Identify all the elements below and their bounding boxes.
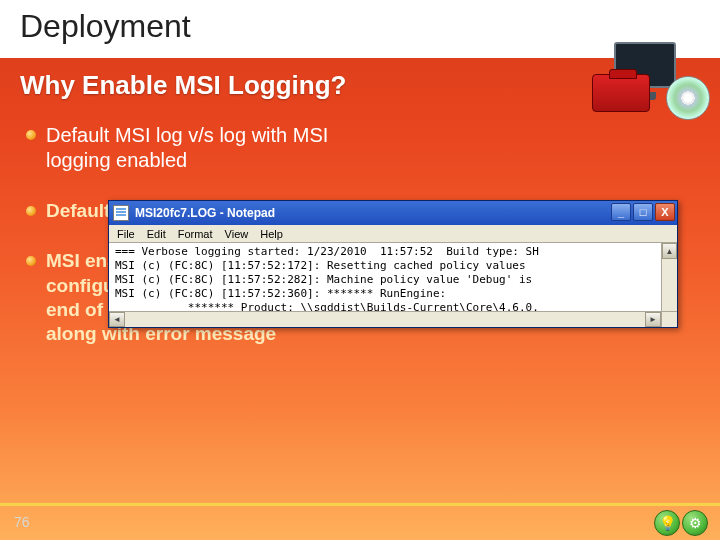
notepad-window: MSI20fc7.LOG - Notepad _ □ X File Edit F…: [108, 200, 678, 328]
menu-file[interactable]: File: [117, 228, 135, 240]
disc-icon: [666, 76, 710, 120]
vertical-scrollbar[interactable]: ▲: [661, 243, 677, 311]
slide: Deployment Why Enable MSI Logging? Defau…: [0, 0, 720, 540]
log-line: === Verbose logging started: 1/23/2010 1…: [115, 245, 539, 258]
horizontal-scrollbar[interactable]: ◄ ►: [109, 311, 661, 327]
notepad-app-icon: [113, 205, 129, 221]
hardware-art: [592, 38, 712, 118]
scroll-track[interactable]: [125, 312, 645, 327]
gear-icon: ⚙: [682, 510, 708, 536]
log-line: MSI (c) (FC:8C) [11:57:52:172]: Resettin…: [115, 259, 526, 272]
title-bar: Deployment: [0, 0, 720, 58]
maximize-button[interactable]: □: [633, 203, 653, 221]
window-buttons: _ □ X: [611, 203, 675, 221]
notepad-title-text: MSI20fc7.LOG - Notepad: [135, 206, 275, 220]
footer-divider: [0, 503, 720, 506]
close-button[interactable]: X: [655, 203, 675, 221]
scroll-up-icon[interactable]: ▲: [662, 243, 677, 259]
scroll-right-icon[interactable]: ►: [645, 312, 661, 327]
idea-icon: 💡: [654, 510, 680, 536]
scroll-left-icon[interactable]: ◄: [109, 312, 125, 327]
menu-help[interactable]: Help: [260, 228, 283, 240]
footer-icons: 💡 ⚙: [654, 510, 708, 536]
log-line: MSI (c) (FC:8C) [11:57:52:282]: Machine …: [115, 273, 532, 286]
page-number: 76: [14, 514, 30, 530]
menu-view[interactable]: View: [225, 228, 249, 240]
resize-grip[interactable]: [661, 311, 677, 327]
log-line: MSI (c) (FC:8C) [11:57:52:360]: ******* …: [115, 287, 446, 300]
notepad-titlebar[interactable]: MSI20fc7.LOG - Notepad _ □ X: [109, 201, 677, 225]
toolbox-icon: [592, 74, 650, 112]
bullet-default-vs-enabled: Default MSI log v/s log with MSI logging…: [46, 123, 346, 173]
menu-edit[interactable]: Edit: [147, 228, 166, 240]
notepad-menubar: File Edit Format View Help: [109, 225, 677, 243]
minimize-button[interactable]: _: [611, 203, 631, 221]
menu-format[interactable]: Format: [178, 228, 213, 240]
